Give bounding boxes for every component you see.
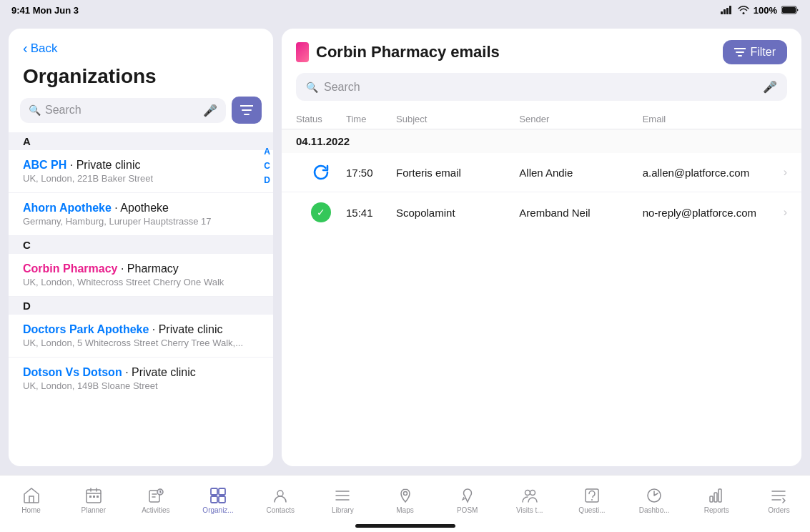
questions-icon	[584, 488, 600, 503]
nav-visits[interactable]: Visits t...	[498, 476, 560, 532]
email-subject: Scopolamint	[396, 207, 519, 219]
list-item[interactable]: Corbin Pharmacy · Pharmacy UK, London, W…	[9, 254, 273, 297]
list-item[interactable]: ABC PH · Private clinic UK, London, 221B…	[9, 150, 273, 193]
mic-icon-right[interactable]: 🎤	[763, 80, 777, 94]
search-row: 🔍 Search 🎤	[9, 97, 273, 132]
email-time: 15:41	[346, 207, 396, 219]
nav-contacts[interactable]: Contacts	[250, 476, 312, 532]
org-name: Corbin Pharmacy · Pharmacy	[23, 262, 259, 275]
org-address: UK, London, 5 Whitecross Street Cherry T…	[23, 338, 259, 348]
email-search-row: 🔍 Search 🎤	[282, 73, 801, 109]
nav-organizations-label: Organiz...	[202, 506, 233, 514]
library-icon	[335, 488, 350, 503]
svg-rect-5	[782, 7, 796, 13]
battery-icon	[781, 6, 799, 14]
back-button[interactable]: ‹ Back	[9, 29, 273, 62]
home-icon	[24, 488, 39, 503]
org-name: ABC PH · Private clinic	[23, 159, 259, 172]
maps-icon	[397, 488, 413, 503]
table-row[interactable]: 17:50 Forteris email Allen Andie a.allen…	[282, 153, 801, 192]
nav-home-label: Home	[21, 506, 41, 514]
status-bar: 9:41 Mon Jun 3 100%	[0, 0, 810, 20]
search-icon-left: 🔍	[29, 104, 41, 116]
email-search-placeholder: Search	[324, 81, 360, 94]
nav-home[interactable]: Home	[0, 476, 62, 532]
visits-icon	[522, 488, 538, 503]
nav-orders[interactable]: Orders	[748, 476, 810, 532]
nav-visits-label: Visits t...	[516, 506, 543, 514]
svg-rect-7	[89, 496, 92, 498]
filter-icon-left	[240, 105, 253, 115]
list-item[interactable]: Ahorn Apotheke · Apotheke Germany, Hambu…	[9, 193, 273, 236]
filter-button-left[interactable]	[232, 97, 262, 124]
list-item[interactable]: Dotson Vs Dotson · Private clinic UK, Lo…	[9, 358, 273, 400]
email-subject: Forteris email	[396, 167, 519, 179]
nav-orders-label: Orders	[768, 506, 790, 514]
nav-reports[interactable]: Reports	[686, 476, 748, 532]
filter-button-right[interactable]: Filter	[723, 40, 787, 64]
row-chevron-icon: ›	[766, 166, 787, 179]
svg-rect-14	[211, 496, 217, 503]
nav-posm-label: POSM	[457, 506, 478, 514]
mic-icon-left[interactable]: 🎤	[203, 104, 217, 117]
nav-activities-label: Activities	[142, 506, 169, 514]
svg-rect-12	[211, 488, 217, 495]
svg-point-16	[277, 491, 283, 496]
org-name: Ahorn Apotheke · Apotheke	[23, 202, 259, 215]
main-container: ‹ Back Organizations 🔍 Search 🎤 A C D	[0, 20, 810, 475]
col-sender: Sender	[519, 114, 642, 124]
nav-questions-label: Questi...	[578, 506, 605, 514]
bottom-nav: Home Planner Activities Organiz...	[0, 475, 810, 532]
right-header: Corbin Pharmacy emails Filter	[282, 29, 801, 73]
alpha-index: A C D	[264, 147, 270, 185]
email-search-box[interactable]: 🔍 Search 🎤	[296, 73, 787, 101]
list-item[interactable]: Doctors Park Apotheke · Private clinic U…	[9, 315, 273, 358]
svg-rect-8	[93, 496, 95, 498]
left-panel: ‹ Back Organizations 🔍 Search 🎤 A C D	[9, 29, 273, 466]
nav-library-label: Library	[332, 506, 354, 514]
svg-rect-0	[721, 11, 723, 14]
org-address: UK, London, 149B Sloane Street	[23, 380, 259, 391]
back-label: Back	[31, 41, 58, 56]
svg-point-21	[591, 499, 593, 501]
header-accent	[296, 42, 309, 62]
nav-reports-label: Reports	[704, 506, 729, 514]
nav-questions[interactable]: Questi...	[560, 476, 623, 532]
filter-icon-right	[734, 48, 746, 56]
email-address: no-reply@platforce.com	[643, 207, 766, 219]
nav-planner-label: Planner	[82, 506, 106, 514]
filter-label: Filter	[750, 46, 776, 59]
signal-icon	[721, 6, 734, 14]
org-name: Dotson Vs Dotson · Private clinic	[23, 366, 259, 379]
right-panel: Corbin Pharmacy emails Filter 🔍 Search 🎤…	[282, 29, 801, 466]
email-address: a.allen@platforce.com	[643, 167, 766, 179]
svg-rect-2	[726, 8, 728, 14]
organizations-icon	[210, 488, 226, 503]
nav-organizations[interactable]: Organiz...	[187, 476, 249, 532]
panel-title: Organizations	[9, 62, 273, 97]
search-placeholder-left: Search	[45, 104, 82, 117]
status-icon-refresh	[296, 163, 346, 182]
org-address: UK, London, 221B Baker Street	[23, 173, 259, 184]
nav-planner[interactable]: Planner	[62, 476, 124, 532]
planner-icon	[86, 488, 102, 503]
search-icon-right: 🔍	[306, 82, 318, 93]
status-icons: 100%	[721, 5, 799, 16]
table-row[interactable]: ✓ 15:41 Scopolamint Aremband Neil no-rep…	[282, 192, 801, 232]
contacts-icon	[272, 488, 288, 503]
date-group: 04.11.2022	[282, 129, 801, 153]
svg-rect-13	[219, 488, 225, 495]
home-indicator	[355, 524, 455, 528]
search-box-left[interactable]: 🔍 Search 🎤	[20, 98, 226, 123]
nav-activities[interactable]: Activities	[124, 476, 187, 532]
row-chevron-icon: ›	[766, 206, 787, 219]
svg-rect-15	[219, 496, 225, 503]
section-header-c: C	[9, 236, 273, 254]
org-address: UK, London, Whitecross Street Cherry One…	[23, 277, 259, 287]
nav-dashboard[interactable]: Dashbo...	[623, 476, 686, 532]
organizations-list: A C D A ABC PH · Private clinic UK, Lond…	[9, 132, 273, 466]
orders-icon	[771, 488, 786, 503]
section-header-a: A	[9, 132, 273, 150]
status-icon-check: ✓	[296, 202, 346, 222]
nav-maps-label: Maps	[396, 506, 413, 514]
